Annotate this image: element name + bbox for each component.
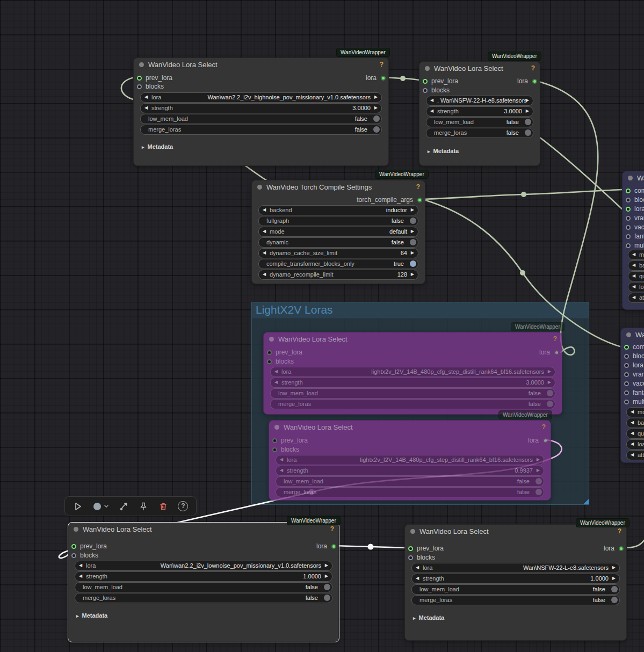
toggle-knob[interactable] — [373, 115, 380, 122]
node-lora-select-lightx2v-2[interactable]: WanVideo Lora Select ? prev_lora blocks … — [269, 420, 551, 501]
input-port-vram[interactable]: vram_ — [623, 214, 644, 222]
node-title-bar[interactable]: WanVideo Lora Select ? — [419, 62, 540, 76]
wire-nsfw-h-to-lightx2v[interactable] — [535, 81, 598, 355]
low-mem-load-toggle[interactable]: low_mem_load false — [426, 117, 533, 127]
collapse-dot-icon[interactable] — [74, 527, 78, 532]
arrow-right-icon[interactable]: ▶ — [526, 96, 529, 105]
input-port-lora[interactable]: lora — [623, 205, 644, 213]
toggle-knob[interactable] — [525, 119, 531, 125]
help-icon[interactable]: ? — [553, 335, 557, 343]
toggle-knob[interactable] — [536, 489, 542, 495]
lora-combo-widget[interactable]: ◀ . Wan\NSFW-22-H-e8.safetensors ▶ — [426, 96, 533, 106]
output-port-torch-compile-args[interactable]: torch_compile_args — [328, 195, 425, 204]
strength-number-widget[interactable]: ◀ strength 3.0000 ▶ — [140, 103, 382, 113]
node-torch-compile-settings[interactable]: WanVideo Torch Compile Settings ? torch_… — [251, 180, 425, 284]
output-port-lora[interactable]: lora — [351, 74, 388, 82]
input-port-prev-lora[interactable]: prev_lora — [68, 542, 133, 550]
arrow-left-icon[interactable]: ◀ — [79, 561, 82, 570]
collapse-dot-icon[interactable] — [628, 176, 633, 180]
node-model-loader-1-partial[interactable]: Wan compi block_ lora vram_ vace_ fantas… — [622, 171, 644, 310]
arrow-left-icon[interactable]: ◀ — [274, 378, 278, 387]
collapse-dot-icon[interactable] — [257, 185, 262, 190]
help-icon[interactable]: ? — [618, 527, 621, 535]
collapse-dot-icon[interactable] — [626, 332, 631, 337]
input-port-vram[interactable]: vram_ — [621, 370, 644, 379]
input-port-multitalk[interactable]: multit — [621, 397, 644, 406]
input-port-prev-lora[interactable]: prev_lora — [419, 77, 479, 85]
arrow-left-icon[interactable]: ◀ — [416, 574, 419, 583]
arrow-left-icon[interactable]: ◀ — [631, 440, 634, 448]
toggle-knob[interactable] — [611, 586, 618, 592]
quantization-combo-widget[interactable]: ◀qua — [628, 271, 644, 281]
arrow-left-icon[interactable]: ◀ — [416, 563, 419, 572]
arrow-right-icon[interactable]: ▶ — [411, 270, 414, 279]
collapse-dot-icon[interactable] — [269, 337, 274, 342]
reroute-dot[interactable] — [520, 270, 525, 276]
merge-loras-toggle[interactable]: merge_loras false — [426, 128, 533, 138]
arrow-left-icon[interactable]: ◀ — [263, 270, 266, 279]
help-icon[interactable]: ? — [330, 525, 334, 533]
toggle-knob[interactable] — [410, 260, 416, 267]
node-lora-select-lownoise[interactable]: WanVideo Lora Select ? prev_lora blocks … — [68, 522, 339, 642]
toggle-knob[interactable] — [373, 126, 380, 133]
input-port-prev-lora[interactable]: prev_lora — [269, 436, 334, 445]
arrow-left-icon[interactable]: ◀ — [631, 451, 634, 459]
help-icon[interactable]: ? — [542, 423, 546, 431]
output-port-lora[interactable]: lora — [524, 348, 562, 357]
input-port-blocks[interactable]: blocks — [264, 357, 328, 366]
collapse-dot-icon[interactable] — [139, 62, 144, 67]
help-button[interactable]: ? — [177, 501, 189, 512]
help-icon[interactable]: ? — [380, 61, 383, 68]
input-port-blocks[interactable]: blocks — [68, 551, 133, 560]
node-model-loader-2-partial[interactable]: Wan compil block_ lora vram_ vace_ fanta… — [620, 328, 644, 463]
collapse-dot-icon[interactable] — [274, 425, 279, 430]
arrow-right-icon[interactable]: ▶ — [411, 206, 414, 214]
base-precision-combo-widget[interactable]: ◀bas — [628, 260, 644, 271]
input-port-blocks[interactable]: blocks — [134, 82, 198, 91]
dynamic-toggle[interactable]: dynamic false — [258, 237, 418, 248]
arrow-right-icon[interactable]: ▶ — [374, 93, 378, 102]
attention-mode-combo-widget[interactable]: ◀att — [628, 293, 644, 303]
toggle-knob[interactable] — [324, 595, 330, 601]
load-device-combo-widget[interactable]: ◀loa — [626, 439, 644, 450]
node-title-bar[interactable]: WanVideo Torch Compile Settings ? — [252, 180, 425, 194]
lora-combo-widget[interactable]: ◀ lora Wan\wan2.2_i2v_lownoise_pov_missi… — [75, 561, 332, 571]
input-port-prev-lora[interactable]: prev_lora — [264, 348, 328, 357]
merge-loras-toggle[interactable]: merge_loras false — [75, 593, 332, 603]
merge-loras-toggle[interactable]: merge_loras false — [270, 399, 555, 409]
input-port-prev-lora[interactable]: prev_lora — [134, 74, 198, 82]
output-port-lora[interactable]: lora — [301, 542, 339, 550]
node-title-bar[interactable]: WanVideo Lora Select ? — [264, 332, 562, 346]
output-port-lora[interactable]: lora — [589, 544, 626, 553]
lora-combo-widget[interactable]: ◀ lora Wan\wan2.2_i2v_highnoise_pov_miss… — [140, 92, 382, 103]
output-port-lora[interactable]: lora — [502, 77, 540, 85]
merge-loras-toggle[interactable]: merge_loras false — [276, 487, 544, 497]
lora-combo-widget[interactable]: ◀ lora lightx2v_I2V_14B_480p_cfg_step_di… — [270, 367, 555, 377]
arrow-left-icon[interactable]: ◀ — [144, 93, 148, 102]
arrow-right-icon[interactable]: ▶ — [411, 227, 414, 236]
node-lora-select-nsfw-l[interactable]: WanVideo Lora Select ? prev_lora blocks … — [404, 524, 627, 641]
lora-combo-widget[interactable]: ◀ lora lightx2v_I2V_14B_480p_cfg_step_di… — [276, 455, 544, 465]
compile-transformer-blocks-only-toggle[interactable]: compile_transformer_blocks_only true — [258, 259, 418, 269]
arrow-left-icon[interactable]: ◀ — [263, 249, 266, 257]
node-lora-select-nsfw-h[interactable]: WanVideo Lora Select ? prev_lora blocks … — [419, 61, 540, 166]
collapse-dot-icon[interactable] — [410, 529, 415, 534]
metadata-collapsible[interactable]: ▸Metadata — [428, 147, 459, 155]
arrow-left-icon[interactable]: ◀ — [430, 96, 433, 105]
model-combo-widget[interactable]: ◀mo — [628, 250, 644, 260]
node-title-bar[interactable]: WanVideo Lora Select ? — [134, 58, 388, 72]
input-port-fantasy[interactable]: fantas — [621, 388, 644, 397]
dynamo-cache-size-limit-widget[interactable]: ◀ dynamo_cache_size_limit 64 ▶ — [258, 248, 418, 258]
input-port-blocks[interactable]: blocks — [419, 86, 479, 95]
input-port-vace[interactable]: vace_ — [623, 223, 644, 231]
arrow-right-icon[interactable]: ▶ — [325, 572, 328, 581]
load-device-combo-widget[interactable]: ◀loa — [628, 282, 644, 292]
node-lora-select-lightx2v-1[interactable]: WanVideo Lora Select ? prev_lora blocks … — [263, 332, 562, 415]
arrow-left-icon[interactable]: ◀ — [632, 261, 635, 270]
arrow-right-icon[interactable]: ▶ — [411, 249, 414, 257]
arrow-left-icon[interactable]: ◀ — [280, 455, 283, 464]
reroute-dot[interactable] — [400, 76, 406, 81]
arrow-right-icon[interactable]: ▶ — [537, 455, 540, 464]
help-icon[interactable]: ? — [531, 64, 535, 72]
toggle-knob[interactable] — [525, 129, 531, 136]
